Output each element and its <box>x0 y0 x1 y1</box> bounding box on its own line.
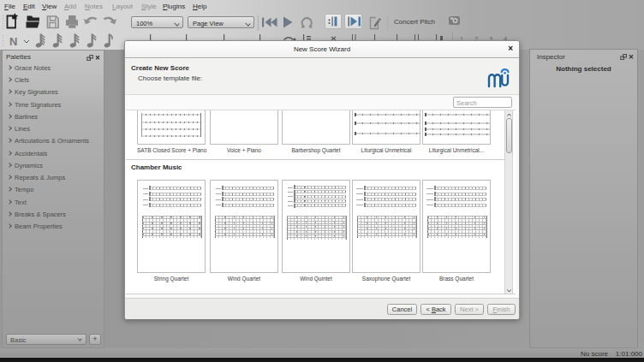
svg-text:N: N <box>9 35 17 48</box>
